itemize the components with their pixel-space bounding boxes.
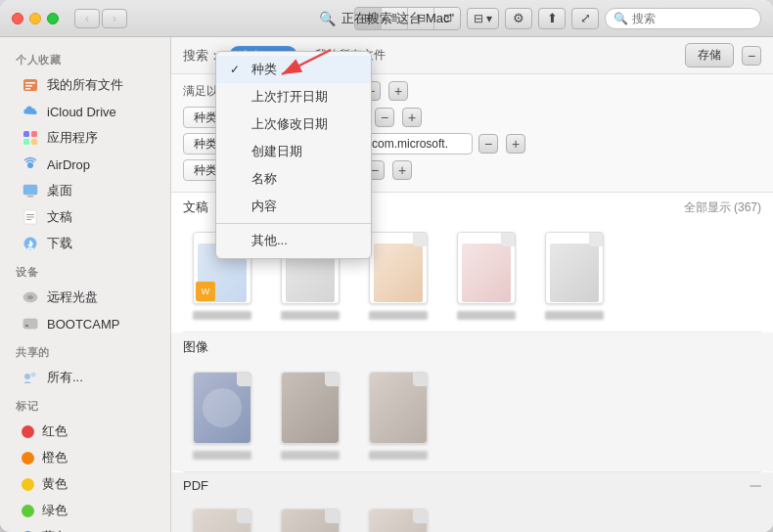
svg-rect-6 (23, 139, 29, 145)
filter-row3-remove[interactable]: − (478, 134, 498, 154)
file-thumb (364, 226, 432, 304)
file-item[interactable] (447, 226, 525, 320)
sidebar-item-airdrop[interactable]: AirDrop (6, 152, 164, 177)
file-thumb (452, 226, 521, 304)
sidebar-item-documents[interactable]: 文稿 (6, 204, 164, 230)
nav-buttons: ‹ › (74, 9, 127, 28)
finder-icon: 🔍 (319, 11, 336, 26)
downloads-icon (22, 235, 39, 252)
sidebar-item-bootcamp[interactable]: BOOTCAMP (6, 311, 164, 336)
check-mark: ✓ (230, 63, 244, 76)
airdrop-icon (22, 155, 39, 173)
file-item[interactable] (183, 503, 261, 532)
search-bar[interactable]: 🔍 (605, 8, 761, 29)
file-item[interactable] (359, 503, 437, 532)
file-item[interactable] (271, 366, 349, 460)
sidebar-section-shared: 共享的 (0, 337, 170, 364)
sidebar-label-remote-disk: 远程光盘 (47, 288, 98, 306)
sidebar-section-devices: 设备 (0, 257, 170, 284)
dropdown-item-other[interactable]: 其他... (216, 227, 371, 254)
sidebar-item-downloads[interactable]: 下载 (6, 231, 164, 256)
traffic-lights (12, 13, 59, 24)
file-icon (193, 372, 251, 444)
dropdown-item-content[interactable]: 内容 (216, 193, 371, 220)
main-area: 个人收藏 我的所有文件 iCloud Drive 应用程序 (0, 37, 773, 532)
dropdown-item-last-modified[interactable]: 上次修改日期 (216, 111, 371, 138)
sidebar-label-tag-yellow: 黄色 (42, 475, 68, 493)
svg-point-8 (27, 162, 33, 168)
dropdown-label-other: 其他... (251, 232, 288, 249)
titlebar-center: 🔍 正在搜索"这台 Mac" (319, 10, 454, 27)
sidebar-section-personal: 个人收藏 (0, 45, 170, 71)
dropdown-item-last-opened[interactable]: 上次打开日期 (216, 83, 371, 111)
file-icon (193, 509, 251, 532)
file-item[interactable] (271, 503, 349, 532)
file-thumb (540, 226, 609, 304)
dropdown-label-last-opened: 上次打开日期 (251, 88, 328, 106)
sidebar-label-desktop: 桌面 (47, 182, 72, 200)
svg-rect-10 (27, 196, 33, 198)
action-button[interactable]: ⚙ (505, 8, 532, 29)
tag-yellow-dot (22, 478, 34, 491)
sidebar-item-tag-yellow[interactable]: 黄色 (6, 471, 164, 497)
sidebar-label-bootcamp: BOOTCAMP (47, 317, 119, 332)
search-input[interactable] (632, 12, 750, 25)
file-name-blur (545, 311, 604, 320)
documents-section-title: 文稿 (183, 199, 208, 216)
filter-row3-text-input[interactable] (365, 133, 473, 155)
documents-section-count: 全部显示 (367) (684, 200, 761, 216)
sidebar-item-shared[interactable]: 所有... (6, 365, 164, 390)
sidebar-item-remote-disk[interactable]: 远程光盘 (6, 285, 164, 310)
maximize-button[interactable] (47, 13, 59, 24)
sidebar-item-all-my-files[interactable]: 我的所有文件 (6, 72, 164, 98)
file-icon (281, 372, 340, 444)
arrange-button[interactable]: ⊟ ▾ (467, 8, 499, 29)
svg-rect-1 (25, 82, 35, 84)
filter-row2-remove[interactable]: − (375, 108, 394, 127)
filter-row2-add[interactable]: + (402, 108, 422, 127)
sidebar-item-icloud[interactable]: iCloud Drive (6, 99, 164, 124)
sidebar-item-tag-blue[interactable]: 蓝色 (6, 524, 164, 532)
sidebar-label-tag-red: 红色 (42, 422, 68, 440)
sidebar-label-icloud: iCloud Drive (47, 105, 116, 119)
fullscreen-button[interactable]: ⤢ (571, 8, 599, 29)
sidebar-item-tag-orange[interactable]: 橙色 (6, 445, 164, 470)
file-thumb (276, 366, 344, 444)
dropdown-item-created-date[interactable]: 创建日期 (216, 138, 371, 165)
share-button[interactable]: ⬆ (538, 8, 566, 29)
dropdown-item-name[interactable]: 名称 (216, 165, 371, 193)
minimize-button[interactable] (29, 13, 41, 24)
save-button[interactable]: 存储 (685, 43, 734, 67)
dropdown-item-category[interactable]: ✓ 种类 (216, 56, 371, 83)
file-item[interactable] (183, 366, 261, 460)
dropdown-separator (216, 223, 371, 224)
file-thumb (188, 503, 256, 532)
file-item[interactable] (359, 366, 437, 460)
forward-button[interactable]: › (102, 9, 127, 28)
sidebar-label-shared: 所有... (47, 369, 83, 386)
sidebar-item-desktop[interactable]: 桌面 (6, 178, 164, 203)
svg-rect-23 (25, 325, 28, 327)
sidebar-section-tags: 标记 (0, 391, 170, 418)
file-name-blur (193, 451, 251, 460)
filter-row4-add[interactable]: + (392, 160, 412, 180)
remove-search-button[interactable]: − (742, 46, 761, 66)
file-item[interactable] (535, 226, 614, 320)
images-section-title: 图像 (183, 338, 208, 356)
file-name-blur (457, 311, 516, 320)
filter-row1-add[interactable]: + (388, 81, 408, 101)
pdf-section-badge (750, 485, 761, 487)
sidebar-item-tag-green[interactable]: 绿色 (6, 498, 164, 523)
sidebar-item-apps[interactable]: 应用程序 (6, 125, 164, 151)
shared-icon (22, 369, 39, 386)
dropdown-label-created-date: 创建日期 (251, 143, 302, 160)
close-button[interactable] (12, 13, 23, 24)
file-icon (369, 372, 428, 444)
svg-rect-12 (26, 214, 34, 215)
file-icon (545, 232, 604, 304)
images-files-grid (171, 360, 773, 471)
file-name-blur (369, 311, 428, 320)
back-button[interactable]: ‹ (74, 9, 100, 28)
sidebar-item-tag-red[interactable]: 红色 (6, 419, 164, 444)
filter-row3-add[interactable]: + (506, 134, 525, 154)
